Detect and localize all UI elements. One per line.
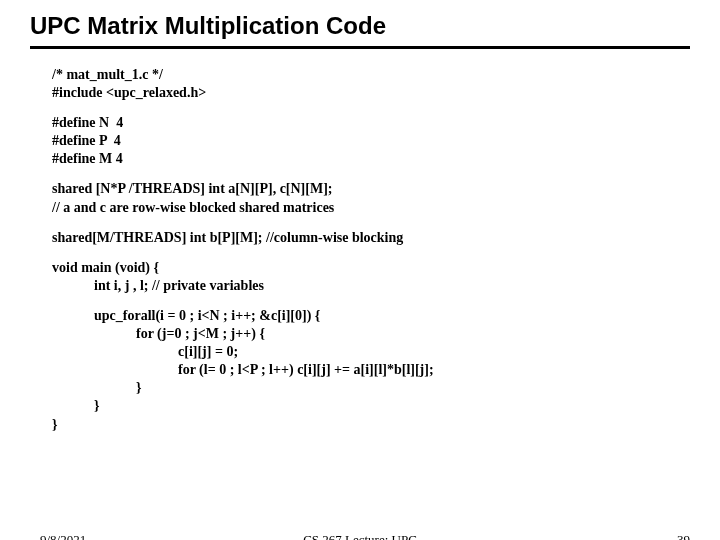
code-line: } [52, 417, 720, 433]
code-line: shared [N*P /THREADS] int a[N][P], c[N][… [52, 181, 720, 197]
code-line: for (l= 0 ; l<P ; l++) c[i][j] += a[i][l… [52, 362, 720, 378]
code-block: /* mat_mult_1.c */ #include <upc_relaxed… [0, 49, 720, 433]
code-line: shared[M/THREADS] int b[P][M]; //column-… [52, 230, 720, 246]
code-line: // a and c are row-wise blocked shared m… [52, 200, 720, 216]
page-number: 39 [677, 532, 690, 540]
footer-title: CS 267 Lecture: UPC [0, 532, 720, 540]
code-line: for (j=0 ; j<M ; j++) { [52, 326, 720, 342]
code-line: } [52, 380, 720, 396]
code-line: int i, j , l; // private variables [52, 278, 720, 294]
slide: UPC Matrix Multiplication Code /* mat_mu… [0, 0, 720, 540]
code-line: #define M 4 [52, 151, 720, 167]
code-line: /* mat_mult_1.c */ [52, 67, 720, 83]
title-rule [30, 46, 690, 49]
code-line: void main (void) { [52, 260, 720, 276]
code-line: upc_forall(i = 0 ; i<N ; i++; &c[i][0]) … [52, 308, 720, 324]
code-line: #include <upc_relaxed.h> [52, 85, 720, 101]
code-line: } [52, 398, 720, 414]
code-line: c[i][j] = 0; [52, 344, 720, 360]
slide-title: UPC Matrix Multiplication Code [0, 0, 720, 46]
code-line: #define P 4 [52, 133, 720, 149]
code-line: #define N 4 [52, 115, 720, 131]
